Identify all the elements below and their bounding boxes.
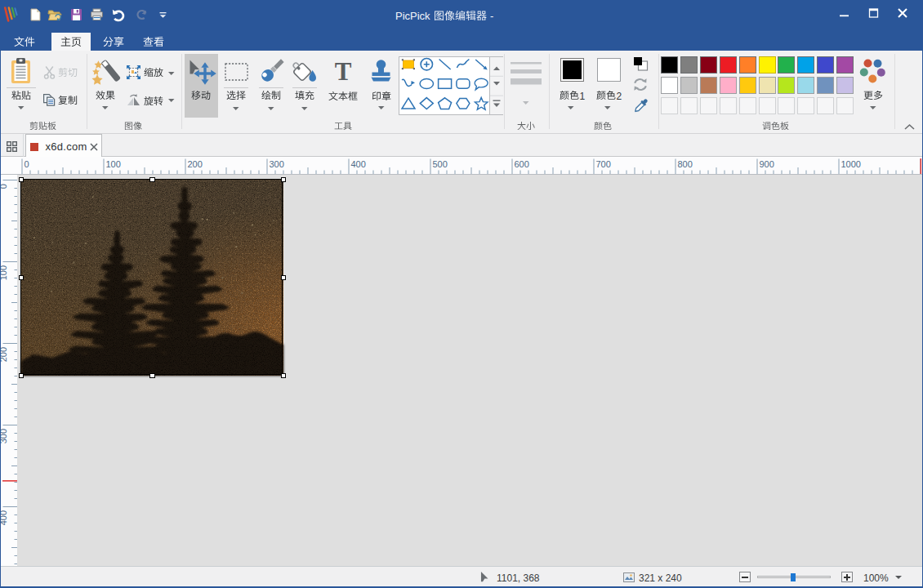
svg-text:300: 300: [0, 429, 8, 443]
svg-text:T: T: [335, 57, 352, 86]
svg-text:100: 100: [0, 265, 8, 280]
svg-text:400: 400: [0, 510, 8, 525]
svg-text:0: 0: [0, 184, 8, 189]
svg-text:200: 200: [0, 347, 8, 362]
